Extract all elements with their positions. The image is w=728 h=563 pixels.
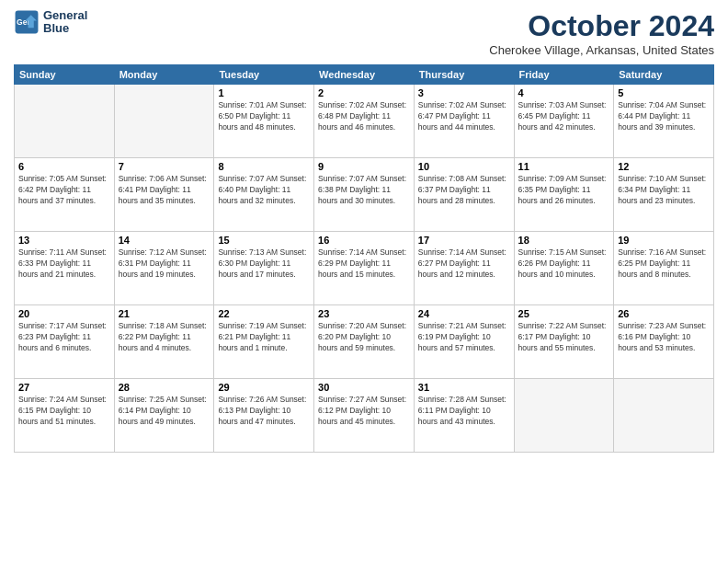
table-row: 15Sunrise: 7:13 AM Sunset: 6:30 PM Dayli… <box>214 232 314 305</box>
day-info: Sunrise: 7:26 AM Sunset: 6:13 PM Dayligh… <box>218 395 310 428</box>
table-row: 23Sunrise: 7:20 AM Sunset: 6:20 PM Dayli… <box>314 305 415 379</box>
logo-icon: Gen <box>14 9 40 35</box>
calendar-week-row: 1Sunrise: 7:01 AM Sunset: 6:50 PM Daylig… <box>15 85 714 158</box>
page: Gen General Blue October 2024 Cherokee V… <box>0 0 728 563</box>
day-info: Sunrise: 7:20 AM Sunset: 6:20 PM Dayligh… <box>318 321 410 354</box>
day-number: 14 <box>119 235 210 246</box>
title-block: October 2024 Cherokee Village, Arkansas,… <box>489 9 714 57</box>
logo-line2: Blue <box>43 22 87 35</box>
day-number: 28 <box>119 382 210 393</box>
table-row: 8Sunrise: 7:07 AM Sunset: 6:40 PM Daylig… <box>214 158 314 232</box>
day-info: Sunrise: 7:05 AM Sunset: 6:42 PM Dayligh… <box>18 174 110 207</box>
col-sunday: Sunday <box>15 65 115 85</box>
day-number: 30 <box>318 382 410 393</box>
day-number: 22 <box>218 308 310 319</box>
table-row: 4Sunrise: 7:03 AM Sunset: 6:45 PM Daylig… <box>514 85 614 158</box>
day-info: Sunrise: 7:11 AM Sunset: 6:33 PM Dayligh… <box>18 247 110 281</box>
day-info: Sunrise: 7:01 AM Sunset: 6:50 PM Dayligh… <box>218 100 310 133</box>
day-info: Sunrise: 7:17 AM Sunset: 6:23 PM Dayligh… <box>18 321 110 354</box>
day-info: Sunrise: 7:07 AM Sunset: 6:40 PM Dayligh… <box>218 174 310 207</box>
table-row: 29Sunrise: 7:26 AM Sunset: 6:13 PM Dayli… <box>214 379 314 453</box>
day-number: 26 <box>618 308 710 319</box>
col-monday: Monday <box>114 65 214 85</box>
table-row: 12Sunrise: 7:10 AM Sunset: 6:34 PM Dayli… <box>614 158 714 232</box>
day-number: 15 <box>218 235 310 246</box>
day-number: 19 <box>618 235 710 246</box>
table-row: 22Sunrise: 7:19 AM Sunset: 6:21 PM Dayli… <box>214 305 314 379</box>
col-saturday: Saturday <box>614 65 714 85</box>
location-title: Cherokee Village, Arkansas, United State… <box>489 43 714 57</box>
table-row: 9Sunrise: 7:07 AM Sunset: 6:38 PM Daylig… <box>314 158 415 232</box>
table-row: 10Sunrise: 7:08 AM Sunset: 6:37 PM Dayli… <box>414 158 514 232</box>
table-row <box>514 379 614 453</box>
day-info: Sunrise: 7:25 AM Sunset: 6:14 PM Dayligh… <box>119 395 210 428</box>
table-row: 17Sunrise: 7:14 AM Sunset: 6:27 PM Dayli… <box>414 232 514 305</box>
day-info: Sunrise: 7:08 AM Sunset: 6:37 PM Dayligh… <box>418 174 510 207</box>
table-row: 3Sunrise: 7:02 AM Sunset: 6:47 PM Daylig… <box>414 85 514 158</box>
day-number: 12 <box>618 161 710 172</box>
table-row: 25Sunrise: 7:22 AM Sunset: 6:17 PM Dayli… <box>514 305 614 379</box>
day-number: 29 <box>218 382 310 393</box>
day-info: Sunrise: 7:02 AM Sunset: 6:47 PM Dayligh… <box>418 100 510 133</box>
day-number: 18 <box>518 235 610 246</box>
table-row: 6Sunrise: 7:05 AM Sunset: 6:42 PM Daylig… <box>15 158 115 232</box>
calendar-week-row: 20Sunrise: 7:17 AM Sunset: 6:23 PM Dayli… <box>15 305 714 379</box>
day-number: 7 <box>119 161 210 172</box>
day-info: Sunrise: 7:22 AM Sunset: 6:17 PM Dayligh… <box>518 321 610 354</box>
month-title: October 2024 <box>489 9 714 43</box>
calendar-header-row: Sunday Monday Tuesday Wednesday Thursday… <box>15 65 714 85</box>
day-info: Sunrise: 7:14 AM Sunset: 6:27 PM Dayligh… <box>418 247 510 281</box>
day-info: Sunrise: 7:14 AM Sunset: 6:29 PM Dayligh… <box>318 247 410 281</box>
col-tuesday: Tuesday <box>214 65 314 85</box>
day-number: 23 <box>318 308 410 319</box>
table-row: 18Sunrise: 7:15 AM Sunset: 6:26 PM Dayli… <box>514 232 614 305</box>
day-info: Sunrise: 7:27 AM Sunset: 6:12 PM Dayligh… <box>318 395 410 428</box>
day-number: 27 <box>18 382 110 393</box>
calendar-week-row: 6Sunrise: 7:05 AM Sunset: 6:42 PM Daylig… <box>15 158 714 232</box>
day-number: 17 <box>418 235 510 246</box>
day-info: Sunrise: 7:10 AM Sunset: 6:34 PM Dayligh… <box>618 174 710 207</box>
calendar-table: Sunday Monday Tuesday Wednesday Thursday… <box>14 64 714 453</box>
day-info: Sunrise: 7:18 AM Sunset: 6:22 PM Dayligh… <box>119 321 210 354</box>
table-row: 13Sunrise: 7:11 AM Sunset: 6:33 PM Dayli… <box>15 232 115 305</box>
logo-text: General Blue <box>43 9 87 36</box>
col-thursday: Thursday <box>414 65 514 85</box>
day-number: 25 <box>518 308 610 319</box>
table-row: 16Sunrise: 7:14 AM Sunset: 6:29 PM Dayli… <box>314 232 415 305</box>
table-row: 7Sunrise: 7:06 AM Sunset: 6:41 PM Daylig… <box>114 158 214 232</box>
day-info: Sunrise: 7:16 AM Sunset: 6:25 PM Dayligh… <box>618 247 710 281</box>
table-row <box>614 379 714 453</box>
day-info: Sunrise: 7:07 AM Sunset: 6:38 PM Dayligh… <box>318 174 410 207</box>
day-number: 13 <box>18 235 110 246</box>
day-number: 31 <box>418 382 510 393</box>
day-info: Sunrise: 7:21 AM Sunset: 6:19 PM Dayligh… <box>418 321 510 354</box>
day-info: Sunrise: 7:02 AM Sunset: 6:48 PM Dayligh… <box>318 100 410 133</box>
day-info: Sunrise: 7:04 AM Sunset: 6:44 PM Dayligh… <box>618 100 710 133</box>
day-number: 9 <box>318 161 410 172</box>
table-row: 31Sunrise: 7:28 AM Sunset: 6:11 PM Dayli… <box>414 379 514 453</box>
table-row: 28Sunrise: 7:25 AM Sunset: 6:14 PM Dayli… <box>114 379 214 453</box>
table-row: 14Sunrise: 7:12 AM Sunset: 6:31 PM Dayli… <box>114 232 214 305</box>
day-info: Sunrise: 7:12 AM Sunset: 6:31 PM Dayligh… <box>119 247 210 281</box>
day-info: Sunrise: 7:24 AM Sunset: 6:15 PM Dayligh… <box>18 395 110 428</box>
day-info: Sunrise: 7:13 AM Sunset: 6:30 PM Dayligh… <box>218 247 310 281</box>
day-info: Sunrise: 7:28 AM Sunset: 6:11 PM Dayligh… <box>418 395 510 428</box>
calendar-week-row: 13Sunrise: 7:11 AM Sunset: 6:33 PM Dayli… <box>15 232 714 305</box>
day-number: 20 <box>18 308 110 319</box>
header: Gen General Blue October 2024 Cherokee V… <box>14 9 714 57</box>
table-row <box>114 85 214 158</box>
table-row: 11Sunrise: 7:09 AM Sunset: 6:35 PM Dayli… <box>514 158 614 232</box>
table-row: 27Sunrise: 7:24 AM Sunset: 6:15 PM Dayli… <box>15 379 115 453</box>
table-row: 19Sunrise: 7:16 AM Sunset: 6:25 PM Dayli… <box>614 232 714 305</box>
day-info: Sunrise: 7:19 AM Sunset: 6:21 PM Dayligh… <box>218 321 310 354</box>
day-info: Sunrise: 7:03 AM Sunset: 6:45 PM Dayligh… <box>518 100 610 133</box>
logo-line1: General <box>43 9 87 22</box>
table-row: 26Sunrise: 7:23 AM Sunset: 6:16 PM Dayli… <box>614 305 714 379</box>
day-number: 2 <box>318 87 410 98</box>
col-wednesday: Wednesday <box>314 65 415 85</box>
day-number: 16 <box>318 235 410 246</box>
table-row: 21Sunrise: 7:18 AM Sunset: 6:22 PM Dayli… <box>114 305 214 379</box>
table-row: 24Sunrise: 7:21 AM Sunset: 6:19 PM Dayli… <box>414 305 514 379</box>
calendar-week-row: 27Sunrise: 7:24 AM Sunset: 6:15 PM Dayli… <box>15 379 714 453</box>
logo: Gen General Blue <box>14 9 87 36</box>
